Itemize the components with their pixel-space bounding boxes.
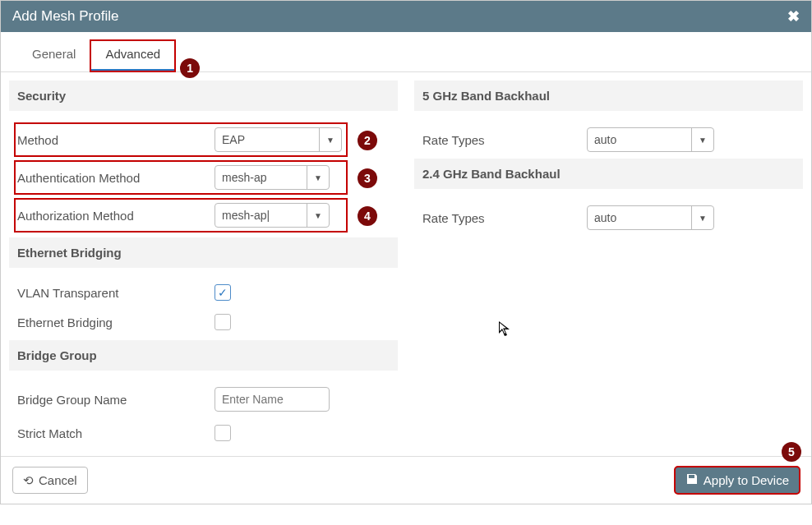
modal-add-mesh-profile: Add Mesh Profile ✖ General Advanced 1 Se…: [0, 0, 812, 504]
button-bar: ⟲ Cancel 5 Apply to Device: [1, 456, 811, 504]
vlan-transparent-checkbox[interactable]: ✓: [215, 284, 231, 301]
authz-method-value: mesh-ap|: [222, 209, 270, 222]
chevron-down-icon: ▼: [691, 128, 707, 151]
rate-types-24ghz-value: auto: [594, 211, 616, 224]
rate-types-5ghz-value: auto: [594, 133, 616, 146]
save-icon: [685, 472, 699, 488]
cancel-button[interactable]: ⟲ Cancel: [12, 467, 88, 494]
section-security: Security: [9, 81, 398, 111]
chevron-down-icon: ▼: [307, 166, 322, 189]
left-column: Security Method EAP ▼ 2 Authentication M…: [1, 81, 406, 456]
tab-bar: General Advanced 1: [1, 32, 811, 72]
right-column: 5 GHz Band Backhaul Rate Types auto ▼ 2.…: [406, 81, 811, 456]
ethernet-bridging-checkbox[interactable]: [215, 314, 231, 330]
strict-match-label: Strict Match: [17, 426, 215, 440]
section-bridge-group: Bridge Group: [9, 340, 398, 371]
apply-button-label: Apply to Device: [704, 473, 789, 487]
authn-method-value: mesh-ap: [222, 171, 266, 184]
window-title: Add Mesh Profile: [12, 8, 118, 25]
annotation-badge-3: 3: [358, 168, 377, 188]
content-area: Security Method EAP ▼ 2 Authentication M…: [1, 72, 811, 456]
authn-method-select[interactable]: mesh-ap ▼: [215, 165, 330, 190]
cancel-icon: ⟲: [23, 473, 34, 488]
chevron-down-icon: ▼: [307, 204, 322, 227]
bridge-group-name-input[interactable]: [215, 387, 330, 412]
annotation-badge-1: 1: [180, 58, 200, 78]
authn-method-label: Authentication Method: [17, 171, 215, 185]
authz-method-label: Authorization Method: [17, 209, 215, 223]
bridge-group-name-label: Bridge Group Name: [17, 393, 215, 407]
authz-method-select[interactable]: mesh-ap| ▼: [215, 203, 330, 228]
method-select-value: EAP: [222, 133, 245, 146]
strict-match-checkbox[interactable]: [215, 425, 231, 441]
rate-types-5ghz-label: Rate Types: [422, 133, 587, 147]
section-5ghz-backhaul: 5 GHz Band Backhaul: [414, 81, 803, 111]
annotation-badge-4: 4: [358, 206, 377, 226]
cancel-button-label: Cancel: [39, 473, 77, 487]
ethernet-bridging-label: Ethernet Bridging: [17, 315, 215, 329]
tab-general[interactable]: General: [17, 40, 90, 71]
vlan-transparent-label: VLAN Transparent: [17, 286, 215, 300]
apply-to-device-button[interactable]: Apply to Device: [675, 467, 800, 494]
chevron-down-icon: ▼: [319, 128, 334, 151]
section-ethernet-bridging: Ethernet Bridging: [9, 237, 398, 268]
annotation-badge-2: 2: [358, 131, 377, 150]
section-24ghz-backhaul: 2.4 GHz Band Backhaul: [414, 159, 803, 189]
rate-types-5ghz-select[interactable]: auto ▼: [587, 127, 714, 152]
titlebar: Add Mesh Profile ✖: [1, 1, 811, 32]
close-icon[interactable]: ✖: [787, 7, 800, 25]
tab-advanced[interactable]: Advanced: [90, 40, 175, 71]
chevron-down-icon: ▼: [691, 206, 707, 229]
rate-types-24ghz-label: Rate Types: [422, 211, 587, 225]
rate-types-24ghz-select[interactable]: auto ▼: [587, 205, 714, 230]
method-label: Method: [17, 133, 215, 147]
annotation-badge-5: 5: [782, 442, 801, 462]
method-select[interactable]: EAP ▼: [215, 127, 342, 152]
